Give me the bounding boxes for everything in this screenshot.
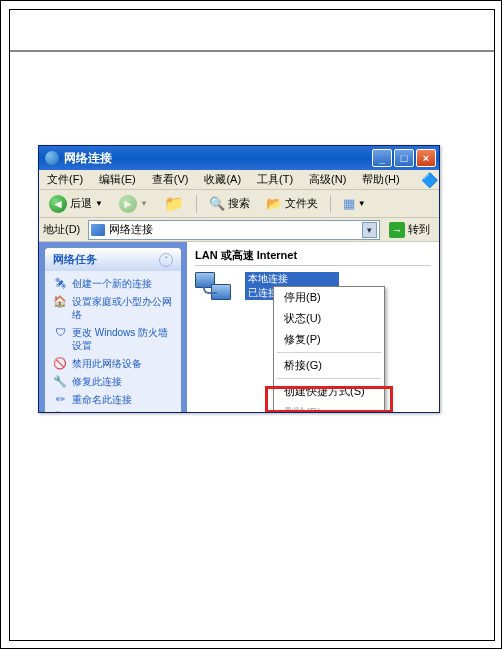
task-link-setup-home[interactable]: 🏠 设置家庭或小型办公网络 — [53, 295, 173, 321]
repair-icon: 🔧 — [53, 375, 67, 388]
folders-label: 文件夹 — [285, 196, 318, 211]
dropdown-button[interactable]: ▾ — [362, 222, 377, 238]
up-button[interactable]: 📁 — [158, 191, 190, 216]
window: 网络连接 _ □ × 文件(F) 编辑(E) 查看(V) 收藏(A) 工具(T)… — [38, 145, 440, 413]
task-link-repair[interactable]: 🔧 修复此连接 — [53, 375, 173, 388]
connection-name: 本地连接 — [245, 272, 339, 286]
divider — [10, 50, 494, 52]
disable-icon: 🚫 — [53, 357, 67, 370]
network-icon — [91, 224, 105, 236]
home-icon: 🏠 — [53, 295, 67, 308]
ctx-delete: 删除(D) — [274, 402, 384, 413]
status-icon: 🔍 — [53, 411, 67, 412]
task-panel-network: 网络任务 ˆ 🛰 创建一个新的连接 🏠 设置家庭或小型办公网络 — [45, 248, 181, 412]
separator — [196, 195, 197, 213]
task-link-label: 重命名此连接 — [72, 393, 132, 406]
rename-icon: ✏ — [53, 393, 67, 406]
titlebar: 网络连接 _ □ × — [39, 146, 439, 170]
folder-up-icon: 📁 — [164, 194, 184, 213]
shield-icon: 🛡 — [53, 326, 67, 339]
go-icon: → — [389, 222, 405, 238]
address-combo[interactable]: 网络连接 ▾ — [88, 220, 380, 240]
back-label: 后退 — [70, 196, 92, 211]
menu-file[interactable]: 文件(F) — [43, 170, 87, 189]
chevron-down-icon: ▼ — [95, 199, 103, 208]
close-button[interactable]: × — [416, 149, 436, 167]
search-icon: 🔍 — [209, 196, 225, 211]
views-button[interactable]: ▦ ▼ — [337, 193, 372, 214]
chevron-down-icon: ▼ — [140, 199, 148, 208]
ctx-disable[interactable]: 停用(B) — [274, 287, 384, 308]
separator — [330, 195, 331, 213]
forward-icon: ► — [119, 195, 137, 213]
menu-view[interactable]: 查看(V) — [148, 170, 193, 189]
task-link-label: 创建一个新的连接 — [72, 277, 152, 290]
forward-button[interactable]: ► ▼ — [113, 192, 154, 216]
go-label: 转到 — [408, 222, 430, 237]
maximize-button[interactable]: □ — [394, 149, 414, 167]
task-link-disable[interactable]: 🚫 禁用此网络设备 — [53, 357, 173, 370]
task-link-rename[interactable]: ✏ 重命名此连接 — [53, 393, 173, 406]
task-link-create-connection[interactable]: 🛰 创建一个新的连接 — [53, 277, 173, 290]
address-value: 网络连接 — [109, 222, 153, 237]
task-link-label: 设置家庭或小型办公网络 — [72, 295, 173, 321]
search-button[interactable]: 🔍 搜索 — [203, 193, 256, 214]
folders-icon: 📂 — [266, 196, 282, 211]
menubar: 文件(F) 编辑(E) 查看(V) 收藏(A) 工具(T) 高级(N) 帮助(H… — [39, 170, 439, 190]
task-panel-title: 网络任务 — [53, 252, 97, 267]
ctx-repair[interactable]: 修复(P) — [274, 329, 384, 350]
back-button[interactable]: ◄ 后退 ▼ — [43, 192, 109, 216]
menu-tools[interactable]: 工具(T) — [253, 170, 297, 189]
views-icon: ▦ — [343, 196, 355, 211]
address-label: 地址(D) — [43, 222, 84, 237]
chevron-down-icon: ▼ — [358, 199, 366, 208]
folders-button[interactable]: 📂 文件夹 — [260, 193, 324, 214]
section-header: LAN 或高速 Internet — [195, 248, 431, 266]
search-label: 搜索 — [228, 196, 250, 211]
minimize-button[interactable]: _ — [372, 149, 392, 167]
context-menu: 停用(B) 状态(U) 修复(P) 桥接(G) 创建快捷方式(S) 删除(D) … — [273, 286, 385, 413]
task-link-label: 禁用此网络设备 — [72, 357, 142, 370]
connection-icon — [195, 272, 237, 308]
ctx-bridge[interactable]: 桥接(G) — [274, 355, 384, 376]
toolbar: ◄ 后退 ▼ ► ▼ 📁 🔍 搜索 📂 文件夹 ▦ — [39, 190, 439, 218]
menu-edit[interactable]: 编辑(E) — [95, 170, 140, 189]
task-panel-body: 🛰 创建一个新的连接 🏠 设置家庭或小型办公网络 🛡 更改 Windows 防火… — [45, 271, 181, 412]
separator — [277, 378, 381, 379]
wizard-icon: 🛰 — [53, 277, 67, 290]
go-button[interactable]: → 转到 — [384, 220, 435, 240]
task-pane: 网络任务 ˆ 🛰 创建一个新的连接 🏠 设置家庭或小型办公网络 — [39, 242, 187, 412]
separator — [277, 352, 381, 353]
chevron-up-icon: ˆ — [159, 253, 173, 267]
task-link-status[interactable]: 🔍 查看此连接的状态 — [53, 411, 173, 412]
xp-logo-icon: 🔷 — [419, 172, 439, 188]
menu-favorites[interactable]: 收藏(A) — [200, 170, 245, 189]
task-link-label: 更改 Windows 防火墙设置 — [72, 326, 173, 352]
back-icon: ◄ — [49, 195, 67, 213]
menu-help[interactable]: 帮助(H) — [358, 170, 403, 189]
task-link-label: 修复此连接 — [72, 375, 122, 388]
app-icon — [45, 151, 59, 165]
task-link-firewall[interactable]: 🛡 更改 Windows 防火墙设置 — [53, 326, 173, 352]
menu-advanced[interactable]: 高级(N) — [305, 170, 350, 189]
page-frame: 网络连接 _ □ × 文件(F) 编辑(E) 查看(V) 收藏(A) 工具(T)… — [9, 9, 495, 641]
window-controls: _ □ × — [372, 149, 436, 167]
task-link-label: 查看此连接的状态 — [72, 411, 152, 412]
address-bar: 地址(D) 网络连接 ▾ → 转到 — [39, 218, 439, 242]
window-title: 网络连接 — [64, 150, 372, 167]
ctx-status[interactable]: 状态(U) — [274, 308, 384, 329]
task-panel-header[interactable]: 网络任务 ˆ — [45, 248, 181, 271]
ctx-shortcut[interactable]: 创建快捷方式(S) — [274, 381, 384, 402]
